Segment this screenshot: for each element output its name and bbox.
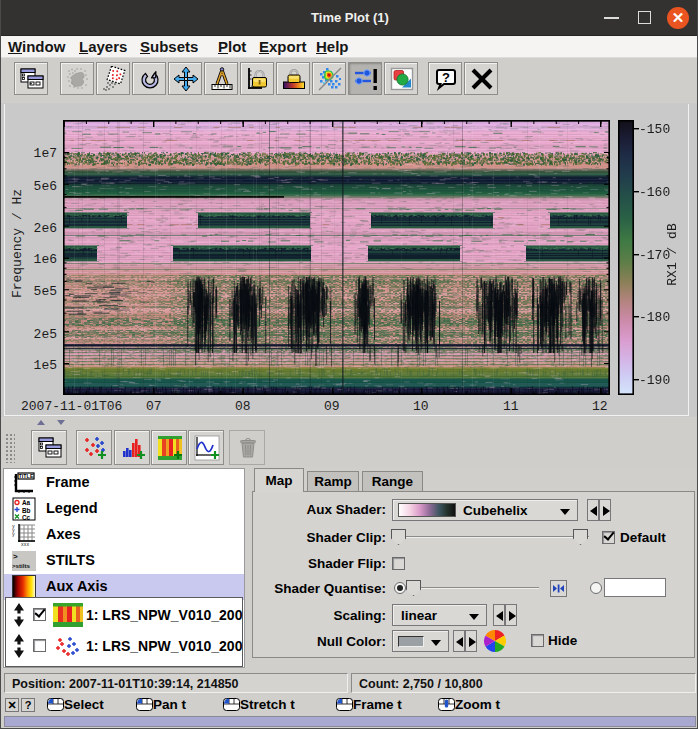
svg-text:TITLE: TITLE <box>19 473 34 479</box>
svg-text:Aa: Aa <box>22 499 31 506</box>
svg-text:Cc: Cc <box>22 514 31 521</box>
svg-text:Bb: Bb <box>22 507 31 514</box>
svg-text:?: ? <box>442 70 450 85</box>
svg-text:>stilts: >stilts <box>12 562 31 569</box>
svg-text:xxx: xxx <box>21 542 29 547</box>
svg-text:>: > <box>13 552 18 561</box>
svg-text:y: y <box>12 532 15 537</box>
